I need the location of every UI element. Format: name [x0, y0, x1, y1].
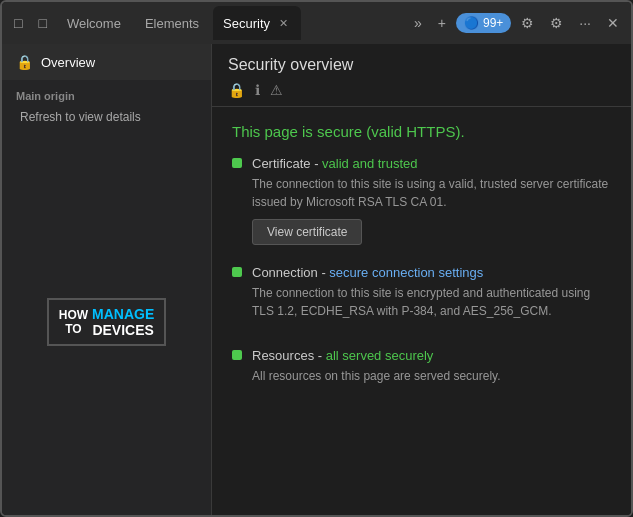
badge-count: 99+: [483, 16, 503, 30]
close-button[interactable]: ✕: [601, 11, 625, 35]
tab-back-button[interactable]: □: [8, 11, 28, 35]
settings-button[interactable]: ⚙: [544, 11, 569, 35]
more-options-button[interactable]: ···: [573, 11, 597, 35]
certificate-desc: The connection to this site is using a v…: [252, 175, 611, 211]
tab-bar: □ □ Welcome Elements Security ✕ » + 🔵 99…: [2, 2, 631, 44]
connection-desc: The connection to this site is encrypted…: [252, 284, 611, 320]
tab-elements[interactable]: Elements: [135, 6, 209, 40]
resources-title-plain: Resources -: [252, 348, 326, 363]
certificate-title-plain: Certificate -: [252, 156, 322, 171]
tab-elements-label: Elements: [145, 16, 199, 31]
panel-header: Security overview 🔒 ℹ ⚠: [212, 44, 631, 107]
tab-security-close[interactable]: ✕: [276, 16, 291, 31]
refresh-item[interactable]: Refresh to view details: [2, 106, 211, 128]
more-tabs-button[interactable]: »: [408, 11, 428, 35]
watermark-manage: MANAGE: [92, 306, 154, 322]
resources-desc: All resources on this page are served se…: [252, 367, 611, 385]
tab-security[interactable]: Security ✕: [213, 6, 301, 40]
lock-icon: 🔒: [16, 54, 33, 70]
certificate-title: Certificate - valid and trusted: [252, 156, 611, 171]
new-tab-button[interactable]: +: [432, 11, 452, 35]
resources-link[interactable]: all served securely: [326, 348, 434, 363]
resources-section: Resources - all served securely All reso…: [232, 348, 611, 393]
connection-title: Connection - secure connection settings: [252, 265, 611, 280]
panel-title: Security overview: [228, 56, 615, 74]
tab-welcome[interactable]: Welcome: [57, 6, 131, 40]
panel-icon-bar: 🔒 ℹ ⚠: [228, 82, 615, 98]
certificate-dot: [232, 158, 242, 168]
extensions-badge-button[interactable]: 🔵 99+: [456, 13, 511, 33]
extensions-icon: 🔵: [464, 16, 479, 30]
sidebar-overview-item[interactable]: 🔒 Overview: [2, 44, 211, 80]
refresh-label: Refresh to view details: [20, 110, 141, 124]
certificate-section: Certificate - valid and trusted The conn…: [232, 156, 611, 245]
extensions-button[interactable]: ⚙: [515, 11, 540, 35]
sidebar: 🔒 Overview Main origin Refresh to view d…: [2, 44, 212, 515]
watermark: HOWTO MANAGE DEVICES: [39, 290, 175, 354]
connection-dot: [232, 267, 242, 277]
lock-panel-icon[interactable]: 🔒: [228, 82, 245, 98]
overview-label: Overview: [41, 55, 95, 70]
warning-panel-icon[interactable]: ⚠: [270, 82, 283, 98]
watermark-devices: DEVICES: [92, 322, 154, 338]
panel-body: This page is secure (valid HTTPS). Certi…: [212, 107, 631, 429]
resources-dot: [232, 350, 242, 360]
devtools-area: 🔒 Overview Main origin Refresh to view d…: [2, 44, 631, 515]
info-panel-icon[interactable]: ℹ: [255, 82, 260, 98]
connection-section: Connection - secure connection settings …: [232, 265, 611, 328]
certificate-content: Certificate - valid and trusted The conn…: [252, 156, 611, 245]
tab-security-label: Security: [223, 16, 270, 31]
tab-forward-button[interactable]: □: [32, 11, 52, 35]
tab-welcome-label: Welcome: [67, 16, 121, 31]
certificate-link[interactable]: valid and trusted: [322, 156, 417, 171]
main-origin-label: Main origin: [16, 90, 75, 102]
connection-title-plain: Connection -: [252, 265, 329, 280]
watermark-how: HOWTO: [59, 308, 88, 336]
tab-bar-right: » + 🔵 99+ ⚙ ⚙ ··· ✕: [408, 11, 625, 35]
browser-frame: □ □ Welcome Elements Security ✕ » + 🔵 99…: [0, 0, 633, 517]
resources-title: Resources - all served securely: [252, 348, 611, 363]
connection-link[interactable]: secure connection settings: [329, 265, 483, 280]
view-certificate-button[interactable]: View certificate: [252, 219, 362, 245]
main-origin-section: Main origin: [2, 80, 211, 106]
resources-content: Resources - all served securely All reso…: [252, 348, 611, 393]
secure-heading: This page is secure (valid HTTPS).: [232, 123, 611, 140]
connection-content: Connection - secure connection settings …: [252, 265, 611, 328]
main-panel: Security overview 🔒 ℹ ⚠ This page is sec…: [212, 44, 631, 515]
